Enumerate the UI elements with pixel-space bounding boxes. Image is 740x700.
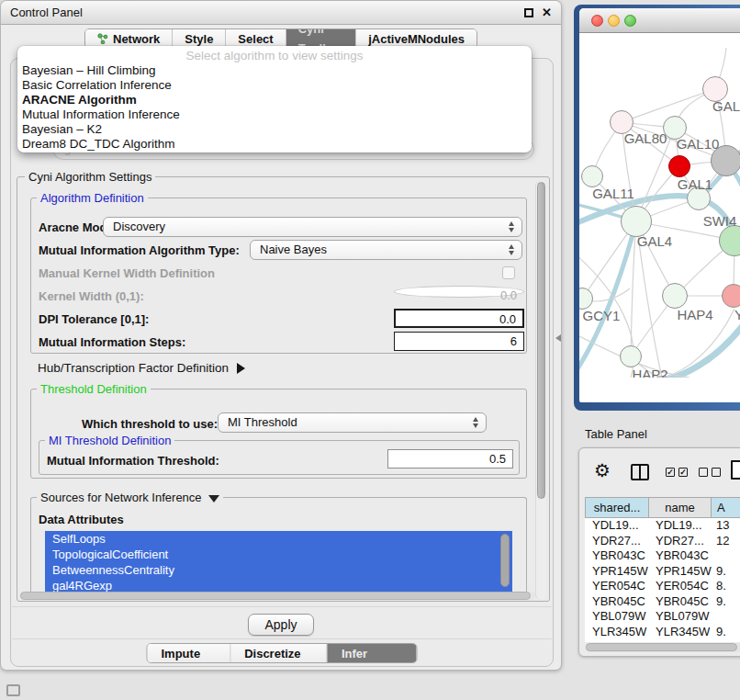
cell[interactable]: YIL052C	[649, 639, 712, 642]
cell[interactable]: YBR043C	[649, 548, 712, 564]
table-row[interactable]: YPR145WYPR145W9.	[585, 564, 740, 580]
control-panel-titlebar[interactable]: Control Panel ✕	[1, 1, 561, 25]
cell[interactable]: 13	[712, 518, 740, 534]
list-scrollbar[interactable]	[500, 534, 510, 587]
cell[interactable]: 12	[712, 534, 740, 549]
aracne-mode-combobox[interactable]: Discovery	[103, 217, 522, 237]
tab-style[interactable]: Style	[173, 29, 226, 48]
cell[interactable]: YDR27...	[585, 534, 649, 549]
tab-cyni-toolbox[interactable]: Cyni Toolbox	[286, 29, 357, 48]
scrollbar-thumb[interactable]	[586, 643, 737, 651]
cell[interactable]: YLR345W	[649, 625, 712, 640]
menu-item[interactable]: Dream8 DC_TDC Algorithm	[17, 137, 532, 152]
network-node-hap2[interactable]	[620, 345, 642, 367]
table-row[interactable]: YIL052CYIL052C9	[585, 639, 740, 642]
tab-infer-network[interactable]: Infer Network	[328, 644, 417, 662]
cell[interactable]: 8.	[712, 579, 740, 594]
network-node-gal11[interactable]	[581, 165, 603, 187]
network-node-salmon[interactable]	[722, 284, 740, 308]
table-horizontal-scrollbar[interactable]	[585, 643, 740, 652]
network-node-hap4[interactable]	[662, 283, 688, 309]
cell[interactable]: YDL19...	[585, 518, 649, 534]
tab-select[interactable]: Select	[226, 29, 286, 48]
menu-item[interactable]: Bayesian – K2	[17, 122, 532, 137]
table-row[interactable]: YBL079WYBL079W	[585, 609, 740, 625]
which-threshold-combobox[interactable]: MI Threshold	[218, 412, 487, 433]
columns-icon[interactable]	[631, 464, 649, 480]
cell[interactable]: YLR345W	[585, 625, 649, 640]
menu-item[interactable]: Basic Correlation Inference	[17, 78, 532, 93]
panel-collapse-handle[interactable]	[555, 334, 561, 342]
column-header-name[interactable]: name	[649, 497, 712, 518]
list-item[interactable]: BetweennessCentrality	[45, 562, 512, 578]
cell[interactable]: YER054C	[649, 579, 712, 594]
close-traffic-light[interactable]	[591, 15, 603, 27]
mi-threshold-field[interactable]: 0.5	[387, 449, 513, 469]
checked-checkbox-icon[interactable]: ✓	[666, 468, 675, 477]
cell[interactable]: YPR145W	[649, 564, 712, 580]
settings-horizontal-scrollbar[interactable]	[19, 592, 535, 601]
tab-jactivemnodules[interactable]: jActiveMNodules	[356, 29, 477, 48]
unchecked-checkbox-icon[interactable]	[712, 468, 721, 477]
expand-right-icon[interactable]	[237, 363, 245, 374]
node-label: HAP2	[632, 367, 667, 378]
table-row[interactable]: YER054CYER054C8.	[585, 579, 740, 594]
float-window-icon[interactable]	[524, 8, 533, 17]
cell[interactable]: 9.	[712, 564, 740, 580]
table-row[interactable]: YLR345WYLR345W9.	[585, 625, 740, 640]
zoom-traffic-light[interactable]	[624, 15, 636, 27]
unchecked-checkbox-icon[interactable]	[699, 468, 708, 477]
kernel-width-label: Kernel Width (0,1):	[39, 289, 144, 303]
dpi-tolerance-field[interactable]: 0.0	[394, 309, 524, 328]
apply-button[interactable]: Apply	[248, 614, 314, 636]
network-canvas[interactable]: GAL GAL80 GAL10 GAL11 GAL1 SWI4 GAL4 GCY…	[579, 33, 740, 378]
collapse-down-icon[interactable]	[208, 495, 219, 502]
column-header-shared-name[interactable]: shared...	[585, 497, 649, 518]
mi-steps-field[interactable]: 6	[394, 332, 524, 351]
table-row[interactable]: YBR045CYBR045C9.	[585, 594, 740, 610]
cell[interactable]: YER054C	[585, 579, 649, 594]
network-window-titlebar[interactable]	[579, 8, 740, 33]
table-row[interactable]: YBR043CYBR043C	[585, 548, 740, 564]
manual-kernel-checkbox[interactable]	[502, 266, 515, 279]
table-panel-window: ⚙ ✓ ✓ shared... name A YDL19...YDL19...1…	[578, 447, 740, 657]
sources-toggle[interactable]: Sources for Network Inference	[37, 491, 223, 504]
column-header-clipped[interactable]: A	[712, 497, 740, 518]
list-item[interactable]: SelfLoops	[45, 531, 512, 547]
scrollbar-thumb[interactable]	[537, 182, 545, 499]
menu-item[interactable]: Bayesian – Hill Climbing	[17, 63, 532, 78]
table-row[interactable]: YDL19...YDL19...13	[585, 518, 740, 534]
close-icon[interactable]: ✕	[542, 7, 552, 18]
tab-impute-data[interactable]: Impute Data	[148, 644, 231, 662]
algorithm-definition-group: Algorithm Definition Aracne Mode: Discov…	[30, 198, 527, 354]
list-item[interactable]: TopologicalCoefficient	[45, 547, 512, 562]
cell[interactable]: YIL052C	[585, 639, 649, 642]
document-icon[interactable]	[731, 460, 740, 480]
cell[interactable]: YPR145W	[585, 564, 649, 580]
cell[interactable]: YDL19...	[649, 518, 712, 534]
gear-icon[interactable]: ⚙	[594, 459, 611, 481]
settings-vertical-scrollbar[interactable]	[535, 180, 546, 600]
menu-item-selected[interactable]: ARACNE Algorithm	[17, 93, 532, 107]
cell[interactable]: 9	[712, 639, 740, 642]
kernel-width-field[interactable]: 0.0	[394, 286, 524, 298]
cell[interactable]: YBL079W	[649, 609, 712, 625]
checked-checkbox-icon[interactable]: ✓	[678, 468, 688, 477]
mi-type-combobox[interactable]: Naive Bayes	[250, 240, 522, 260]
menu-item[interactable]: Mutual Information Inference	[17, 107, 532, 122]
minimized-panel-icon[interactable]	[6, 684, 20, 696]
cell[interactable]: 9.	[712, 625, 740, 640]
hub-definition-toggle[interactable]: Hub/Transcription Factor Definition	[38, 361, 245, 375]
minimize-traffic-light[interactable]	[608, 15, 620, 27]
cell[interactable]: YDR27...	[649, 534, 712, 549]
table-row[interactable]: YDR27...YDR27...12	[585, 534, 740, 549]
cell[interactable]: YBR045C	[585, 594, 649, 610]
tab-discretize-data[interactable]: Discretize Data	[230, 644, 328, 662]
cell[interactable]: 9.	[712, 594, 740, 610]
cell[interactable]: YBL079W	[585, 609, 649, 625]
cell[interactable]: YBR043C	[585, 548, 649, 564]
network-node-selected-red[interactable]	[668, 155, 690, 177]
scrollbar-thumb[interactable]	[20, 592, 531, 600]
tab-network[interactable]: Network	[85, 29, 173, 48]
cell[interactable]: YBR045C	[649, 594, 712, 610]
